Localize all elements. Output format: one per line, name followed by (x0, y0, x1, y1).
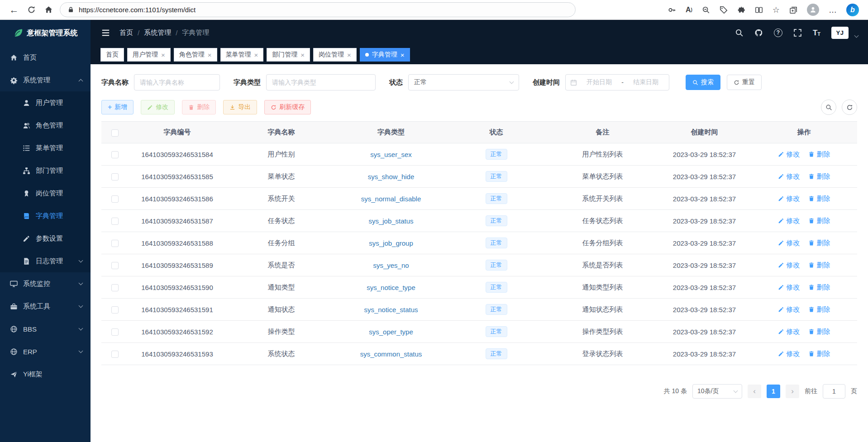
row-checkbox[interactable] (111, 195, 119, 203)
search-button[interactable]: 搜索 (686, 75, 720, 90)
sidebar-item-bbs[interactable]: BBS (0, 318, 91, 340)
prev-page-button[interactable]: ‹ (748, 385, 761, 398)
tab-close-icon[interactable]: × (300, 52, 305, 58)
tab-close-icon[interactable]: × (347, 52, 351, 58)
delete-button[interactable]: 删除 (182, 100, 216, 114)
row-checkbox[interactable] (111, 328, 119, 336)
delete-link[interactable]: 删除 (808, 305, 830, 314)
dict-type-link[interactable]: sys_notice_type (367, 284, 415, 291)
refresh-table-button[interactable] (842, 100, 857, 115)
edit-link[interactable]: 修改 (778, 172, 800, 181)
sidebar-toggle-hamburger-icon[interactable] (100, 28, 110, 38)
delete-link[interactable]: 删除 (808, 261, 830, 270)
sidebar-item-user-management[interactable]: 用户管理 (0, 91, 91, 114)
dict-name-input[interactable] (134, 74, 220, 90)
tab-dict-management[interactable]: 字典管理× (360, 48, 410, 62)
sidebar-item-erp[interactable]: ERP (0, 340, 91, 363)
edit-link[interactable]: 修改 (778, 150, 800, 159)
help-icon[interactable]: ? (774, 29, 782, 37)
breadcrumb-system[interactable]: 系统管理 (144, 29, 171, 37)
sidebar-item-dict-management[interactable]: 字典管理 (0, 204, 91, 227)
font-size-icon[interactable]: TT (813, 29, 820, 37)
page-size-select[interactable]: 10条/页 (692, 384, 742, 399)
row-checkbox[interactable] (111, 240, 119, 247)
browser-url-bar[interactable]: https://ccnetcore.com:1101/system/dict (60, 2, 576, 17)
sidebar-item-yi-framework[interactable]: Yi框架 (0, 363, 91, 385)
search-icon[interactable] (735, 29, 744, 37)
tab-menu-management[interactable]: 菜单管理× (220, 48, 264, 62)
more-options-icon[interactable]: … (829, 6, 837, 14)
dict-type-link[interactable]: sys_oper_type (369, 328, 413, 336)
current-page-button[interactable]: 1 (767, 385, 780, 398)
tab-user-management[interactable]: 用户管理× (127, 48, 171, 62)
sidebar-item-system-management[interactable]: 系统管理 (0, 69, 91, 91)
password-key-icon[interactable] (668, 6, 676, 14)
user-logo-mark[interactable]: YJ (831, 27, 849, 39)
collections-icon[interactable] (789, 6, 797, 14)
tab-close-icon[interactable]: × (161, 52, 165, 58)
sidebar-item-menu-management[interactable]: 菜单管理 (0, 137, 91, 159)
split-screen-icon[interactable] (755, 6, 763, 14)
sidebar-item-home[interactable]: 首页 (0, 46, 91, 69)
favorites-star-icon[interactable]: ☆ (773, 6, 780, 14)
bing-chat-icon[interactable]: b (846, 4, 859, 16)
dict-type-link[interactable]: sys_show_hide (368, 173, 415, 181)
dict-type-input[interactable] (266, 74, 376, 90)
chevron-down-icon[interactable] (854, 33, 859, 38)
dict-type-link[interactable]: sys_notice_status (364, 306, 418, 314)
read-aloud-icon[interactable]: A) (686, 6, 692, 14)
tab-post-management[interactable]: 岗位管理× (313, 48, 357, 62)
shopping-tag-icon[interactable] (720, 6, 728, 14)
browser-home-button[interactable] (40, 1, 57, 19)
sidebar-item-role-management[interactable]: 角色管理 (0, 114, 91, 137)
row-checkbox[interactable] (111, 151, 119, 158)
delete-link[interactable]: 删除 (808, 328, 830, 336)
browser-back-button[interactable]: ← (5, 1, 23, 19)
edit-link[interactable]: 修改 (778, 283, 800, 292)
row-checkbox[interactable] (111, 284, 119, 291)
fullscreen-icon[interactable] (793, 29, 802, 37)
row-checkbox[interactable] (111, 173, 119, 181)
sidebar-item-system-monitor[interactable]: 系统监控 (0, 272, 91, 295)
delete-link[interactable]: 删除 (808, 239, 830, 247)
dict-type-link[interactable]: sys_common_status (360, 350, 422, 358)
edit-link[interactable]: 修改 (778, 239, 800, 247)
reset-button[interactable]: 重置 (727, 75, 762, 90)
add-button[interactable]: +新增 (101, 100, 134, 114)
dict-type-link[interactable]: sys_user_sex (370, 151, 412, 158)
edit-link[interactable]: 修改 (778, 217, 800, 225)
sidebar-item-log-management[interactable]: 日志管理 (0, 250, 91, 272)
select-all-checkbox[interactable] (111, 129, 119, 137)
profile-avatar[interactable] (807, 4, 819, 16)
sidebar-item-dept-management[interactable]: 部门管理 (0, 159, 91, 182)
edit-link[interactable]: 修改 (778, 328, 800, 336)
hide-search-button[interactable] (821, 100, 836, 115)
github-icon[interactable] (754, 29, 763, 37)
sidebar-item-post-management[interactable]: 岗位管理 (0, 182, 91, 204)
edit-button[interactable]: 修改 (141, 100, 175, 114)
delete-link[interactable]: 删除 (808, 217, 830, 225)
tab-role-management[interactable]: 角色管理× (174, 48, 217, 62)
export-button[interactable]: 导出 (223, 100, 257, 114)
sidebar-item-param-settings[interactable]: 参数设置 (0, 227, 91, 250)
tab-dept-management[interactable]: 部门管理× (267, 48, 310, 62)
delete-link[interactable]: 删除 (808, 150, 830, 159)
goto-page-input[interactable] (823, 384, 845, 399)
extensions-icon[interactable] (737, 6, 745, 14)
delete-link[interactable]: 删除 (808, 350, 830, 358)
tab-close-icon[interactable]: × (401, 52, 405, 58)
delete-link[interactable]: 删除 (808, 172, 830, 181)
sidebar-item-system-tools[interactable]: 系统工具 (0, 295, 91, 318)
breadcrumb-home[interactable]: 首页 (119, 29, 133, 37)
status-select[interactable]: 正常 (408, 74, 519, 90)
delete-link[interactable]: 删除 (808, 195, 830, 203)
dict-type-link[interactable]: sys_job_group (369, 239, 413, 247)
dict-type-link[interactable]: sys_job_status (368, 217, 413, 225)
row-checkbox[interactable] (111, 218, 119, 225)
edit-link[interactable]: 修改 (778, 350, 800, 358)
tab-close-icon[interactable]: × (254, 52, 258, 58)
browser-refresh-button[interactable] (23, 1, 40, 19)
dict-type-link[interactable]: sys_yes_no (373, 261, 409, 269)
tab-home[interactable]: 首页 (100, 48, 124, 62)
refresh-cache-button[interactable]: 刷新缓存 (264, 100, 311, 114)
